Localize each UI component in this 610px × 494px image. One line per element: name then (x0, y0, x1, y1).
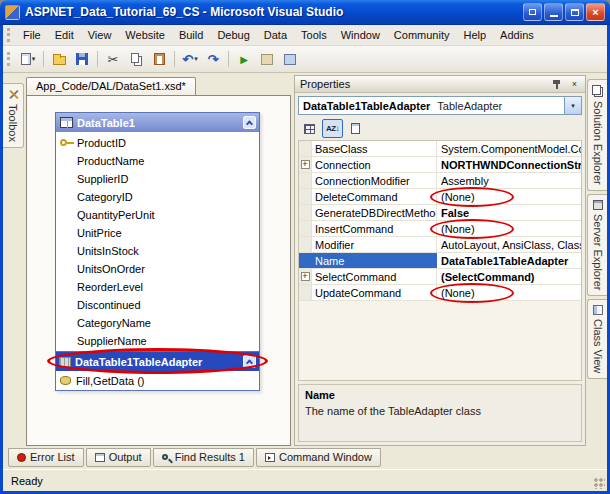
server-explorer-tab[interactable]: Server Explorer (587, 194, 607, 296)
solution-explorer-button[interactable] (256, 49, 278, 70)
menu-website[interactable]: Website (118, 26, 172, 44)
menu-grip[interactable] (7, 28, 12, 42)
field-icon-slot (60, 173, 73, 185)
tableadapter-collapse-button[interactable] (243, 355, 256, 368)
property-value[interactable]: (None) (437, 285, 581, 300)
property-row-selectcommand[interactable]: + SelectCommand (SelectCommand) (299, 269, 581, 285)
expand-cell: + (299, 269, 312, 284)
datatable-box[interactable]: DataTable1 ProductID ProductName Supplie… (55, 112, 260, 391)
toolbox-tab[interactable]: Toolbox (3, 83, 24, 148)
datatable-collapse-button[interactable] (243, 116, 256, 129)
menu-help[interactable]: Help (456, 26, 493, 44)
cut-button[interactable]: ✂ (102, 49, 124, 70)
property-value[interactable]: (None) (437, 221, 581, 236)
property-row-name[interactable]: Name DataTable1TableAdapter (299, 253, 581, 269)
toolbox-icon (8, 89, 19, 100)
toolbar-separator (174, 51, 175, 67)
field-row[interactable]: QuantityPerUnit (56, 206, 259, 224)
alphabetical-button[interactable]: AZ↓ (322, 119, 343, 138)
field-icon-slot (60, 281, 73, 293)
menu-edit[interactable]: Edit (48, 26, 81, 44)
field-icon-slot (60, 335, 73, 347)
output-label: Output (109, 451, 142, 463)
categorized-button[interactable] (299, 119, 320, 138)
combobox-dropdown-button[interactable]: ▾ (564, 97, 581, 114)
tableadapter-row[interactable]: DataTable1TableAdapter (56, 351, 259, 371)
property-value[interactable]: DataTable1TableAdapter (437, 253, 581, 268)
window-float-button[interactable] (523, 3, 542, 21)
datatable-header[interactable]: DataTable1 (56, 113, 259, 132)
property-row-generatedbdirectmethods[interactable]: GenerateDBDirectMethod False (299, 205, 581, 221)
menu-file[interactable]: File (16, 26, 48, 44)
property-value[interactable]: AutoLayout, AnsiClass, Class, (437, 237, 581, 252)
property-row-connection[interactable]: + Connection NORTHWNDConnectionStr (299, 157, 581, 173)
dataset-designer-canvas[interactable]: DataTable1 ProductID ProductName Supplie… (26, 95, 291, 446)
property-pages-button[interactable] (345, 119, 366, 138)
properties-window-button[interactable] (279, 49, 301, 70)
undo-button[interactable]: ↶ ▾ (179, 49, 201, 70)
menu-community[interactable]: Community (387, 26, 457, 44)
restore-button[interactable] (565, 3, 584, 21)
server-explorer-icon (593, 200, 603, 210)
menu-data[interactable]: Data (257, 26, 294, 44)
property-value[interactable]: NORTHWNDConnectionStr (437, 157, 581, 172)
object-selector-combobox[interactable]: DataTable1TableAdapter TableAdapter ▾ (298, 96, 582, 115)
output-tab[interactable]: Output (86, 448, 151, 467)
menu-build[interactable]: Build (172, 26, 210, 44)
property-value[interactable]: (SelectCommand) (437, 269, 581, 284)
class-view-tab[interactable]: Class View (587, 299, 607, 379)
property-row-deletecommand[interactable]: DeleteCommand (None) (299, 189, 581, 205)
property-value[interactable]: Assembly (437, 173, 581, 188)
new-item-button[interactable]: ▾ (17, 49, 39, 70)
field-row[interactable]: UnitsOnOrder (56, 260, 259, 278)
field-label: QuantityPerUnit (77, 209, 155, 221)
expand-icon[interactable]: + (301, 272, 310, 281)
field-row-productid[interactable]: ProductID (56, 134, 259, 152)
save-button[interactable] (71, 49, 93, 70)
document-tab[interactable]: App_Code/DAL/DataSet1.xsd* (26, 77, 196, 95)
minimize-button[interactable] (544, 3, 563, 21)
resize-grip[interactable] (593, 477, 605, 489)
copy-button[interactable] (125, 49, 147, 70)
solution-explorer-tab[interactable]: Solution Explorer (587, 79, 607, 191)
tableadapter-methods-row[interactable]: Fill,GetData () (56, 371, 259, 390)
field-row[interactable]: UnitsInStock (56, 242, 259, 260)
property-value[interactable]: (None) (437, 189, 581, 204)
standard-toolbar: ▾ ✂ ↶ ▾ ↷ ▶ (3, 46, 607, 73)
property-value[interactable]: False (437, 205, 581, 220)
field-row[interactable]: CategoryName (56, 314, 259, 332)
property-row-modifier[interactable]: Modifier AutoLayout, AnsiClass, Class, (299, 237, 581, 253)
property-row-insertcommand[interactable]: InsertCommand (None) (299, 221, 581, 237)
bottom-tabstrip: Error List Output Find Results 1 Command… (3, 446, 607, 469)
toolbar-grip[interactable] (7, 52, 12, 66)
auto-hide-pin-button[interactable] (549, 78, 564, 91)
properties-titlebar[interactable]: Properties × (295, 76, 585, 93)
field-row[interactable]: CategoryID (56, 188, 259, 206)
menu-view[interactable]: View (81, 26, 119, 44)
find-results-tab[interactable]: Find Results 1 (153, 448, 254, 467)
field-row[interactable]: SupplierID (56, 170, 259, 188)
field-row[interactable]: ProductName (56, 152, 259, 170)
field-row[interactable]: Discontinued (56, 296, 259, 314)
property-row-connectionmodifier[interactable]: ConnectionModifier Assembly (299, 173, 581, 189)
menu-window[interactable]: Window (334, 26, 387, 44)
command-window-tab[interactable]: Command Window (256, 448, 381, 467)
field-row[interactable]: SupplierName (56, 332, 259, 350)
menu-debug[interactable]: Debug (210, 26, 256, 44)
error-list-tab[interactable]: Error List (8, 448, 84, 467)
menu-tools[interactable]: Tools (294, 26, 334, 44)
field-row[interactable]: UnitPrice (56, 224, 259, 242)
field-row[interactable]: ReorderLevel (56, 278, 259, 296)
start-debug-button[interactable]: ▶ (233, 49, 255, 70)
menu-addins[interactable]: Addins (493, 26, 541, 44)
paste-button[interactable] (148, 49, 170, 70)
close-button[interactable]: × (586, 3, 605, 21)
expand-cell (299, 189, 312, 204)
redo-button[interactable]: ↷ (202, 49, 224, 70)
expand-icon[interactable]: + (301, 160, 310, 169)
property-value[interactable]: System.ComponentModel.Con (437, 141, 581, 156)
property-row-updatecommand[interactable]: UpdateCommand (None) (299, 285, 581, 301)
open-file-button[interactable] (48, 49, 70, 70)
properties-close-button[interactable]: × (567, 78, 582, 91)
property-row-baseclass[interactable]: BaseClass System.ComponentModel.Con (299, 141, 581, 157)
